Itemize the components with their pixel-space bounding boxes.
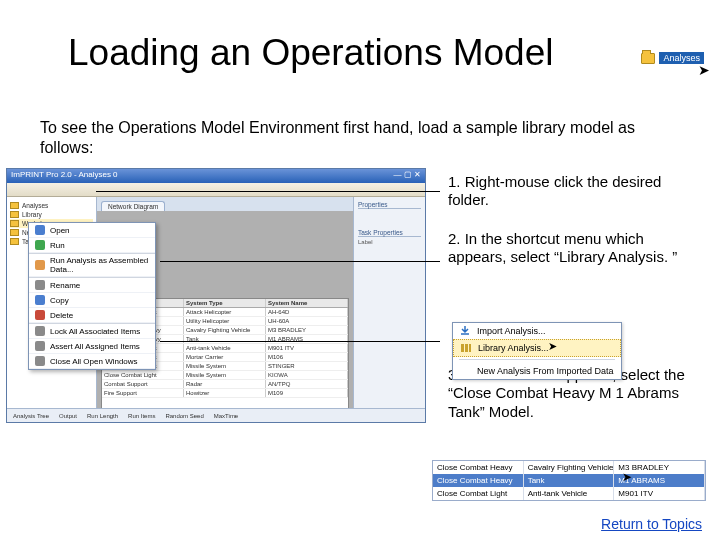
- callout-line: [160, 261, 440, 262]
- analyses-folder-chip: Analyses: [641, 52, 704, 64]
- assign-icon: [35, 341, 45, 351]
- shortcut-menu: Import Analysis... Library Analysis... N…: [452, 322, 622, 380]
- grid-header: System Name: [266, 299, 348, 307]
- folder-icon: [10, 220, 19, 227]
- tree-item: Library: [10, 210, 93, 219]
- tab-row: Network Diagram: [97, 197, 353, 211]
- tab-network-diagram: Network Diagram: [101, 201, 165, 211]
- context-menu-item[interactable]: Open: [29, 223, 155, 238]
- window-titlebar: ImPRINT Pro 2.0 - Analyses 0 — ▢ ✕: [7, 169, 425, 183]
- context-menu-item[interactable]: Run: [29, 238, 155, 253]
- task-props-header: Task Properties: [358, 229, 421, 237]
- analyses-folder-label: Analyses: [659, 52, 704, 64]
- context-menu-item[interactable]: Close All Open Windows: [29, 354, 155, 369]
- library-icon: [460, 342, 472, 354]
- shortcut-menu-item[interactable]: Import Analysis...: [453, 323, 621, 339]
- context-menu-item[interactable]: Run Analysis as Assembled Data...: [29, 254, 155, 277]
- context-menu-item[interactable]: Delete: [29, 308, 155, 323]
- window-controls: — ▢ ✕: [394, 170, 421, 182]
- status-bar: Analysis Tree Output Run Length Run Item…: [7, 408, 425, 422]
- folder-icon: [10, 229, 19, 236]
- table-row: Close Combat LightMissile SystemKIOWA: [102, 371, 348, 380]
- svg-rect-0: [461, 344, 464, 352]
- callout-line: [160, 341, 440, 342]
- intro-text: To see the Operations Model Environment …: [40, 118, 660, 158]
- delete-icon: [35, 310, 45, 320]
- properties-panel: Properties Task Properties Label: [353, 197, 425, 422]
- page-title: Loading an Operations Model: [68, 32, 553, 74]
- new-analysis-icon: [459, 365, 471, 377]
- properties-header: Properties: [358, 201, 421, 209]
- model-pick-table: Close Combat Heavy Cavalry Fighting Vehi…: [432, 460, 706, 501]
- shortcut-menu-item[interactable]: New Analysis From Imported Data: [453, 363, 621, 379]
- step-2-text: 2. In the shortcut menu which appears, s…: [448, 230, 698, 267]
- open-icon: [35, 225, 45, 235]
- folder-icon: [10, 238, 19, 245]
- cursor-icon: ➤: [698, 62, 710, 78]
- context-menu-item[interactable]: Rename: [29, 278, 155, 293]
- table-row[interactable]: Close Combat Heavy Cavalry Fighting Vehi…: [433, 461, 705, 474]
- lock-icon: [35, 326, 45, 336]
- folder-icon: [641, 53, 655, 64]
- svg-rect-1: [465, 344, 468, 352]
- svg-rect-2: [469, 344, 471, 352]
- copy-icon: [35, 295, 45, 305]
- table-row: Combat SupportRadarAN/TPQ: [102, 380, 348, 389]
- context-menu-item[interactable]: Lock All Associated Items: [29, 324, 155, 339]
- context-menu-item[interactable]: Copy: [29, 293, 155, 308]
- window-title-text: ImPRINT Pro 2.0 - Analyses 0: [11, 170, 118, 182]
- steps-column: 1. Right-mouse click the desired folder.…: [448, 173, 698, 421]
- table-row: Fire SupportHowitzerM109: [102, 389, 348, 398]
- table-row-selected[interactable]: Close Combat Heavy Tank M1 ABRAMS: [433, 474, 705, 487]
- export-icon: [35, 260, 45, 270]
- tree-item: Analyses: [10, 201, 93, 210]
- shortcut-menu-item-selected[interactable]: Library Analysis...: [453, 339, 621, 357]
- step-1-text: 1. Right-mouse click the desired folder.: [448, 173, 698, 210]
- folder-icon: [10, 211, 19, 218]
- context-menu-item[interactable]: Assert All Assigned Items: [29, 339, 155, 354]
- context-menu: Open Run Run Analysis as Assembled Data.…: [28, 222, 156, 370]
- table-row[interactable]: Close Combat Light Anti-tank Vehicle M90…: [433, 487, 705, 500]
- rename-icon: [35, 280, 45, 290]
- folder-icon: [10, 202, 19, 209]
- app-toolbar: [7, 183, 425, 197]
- callout-line: [96, 191, 440, 192]
- return-to-topics-link[interactable]: Return to Topics: [601, 516, 702, 532]
- run-icon: [35, 240, 45, 250]
- close-icon: [35, 356, 45, 366]
- grid-header: System Type: [184, 299, 266, 307]
- import-icon: [459, 325, 471, 337]
